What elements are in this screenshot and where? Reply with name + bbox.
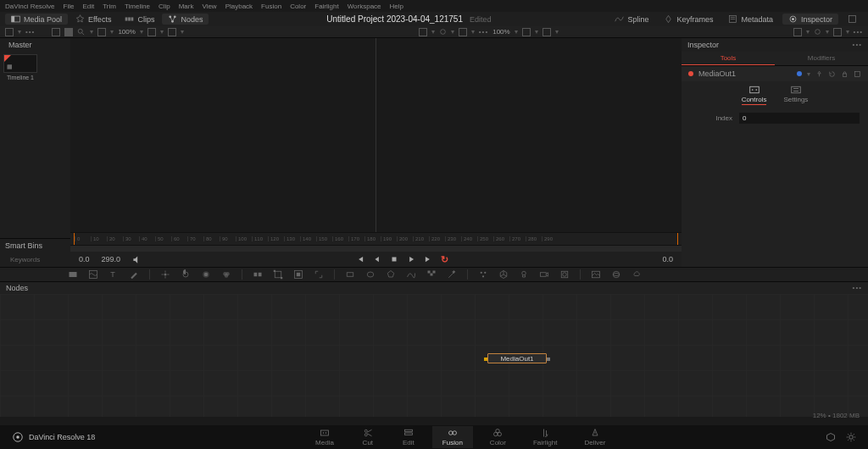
keyframes-toggle[interactable]: Keyframes	[658, 14, 719, 25]
viewer-b[interactable]	[376, 38, 682, 232]
timeline-thumb[interactable]: ▦ Timeline 1	[3, 54, 37, 80]
controls-tab[interactable]: Controls	[742, 86, 767, 105]
metadata-toggle[interactable]: Metadata	[722, 14, 779, 25]
audio-icon[interactable]	[132, 255, 142, 264]
pin-icon[interactable]	[815, 70, 823, 78]
inspector-menu[interactable]: •••	[853, 41, 862, 49]
node-output[interactable]	[547, 358, 550, 361]
gear-icon[interactable]	[439, 28, 447, 36]
zoom-right[interactable]: 100%	[492, 28, 509, 36]
menu-help[interactable]: Help	[390, 3, 403, 10]
background-tool[interactable]	[68, 269, 78, 280]
right-frame[interactable]: 0.0	[662, 255, 673, 263]
blur-tool[interactable]	[201, 269, 211, 280]
media-pool-toggle[interactable]: Media Pool	[5, 14, 68, 25]
menu-mark[interactable]: Mark	[179, 3, 194, 10]
fastnoise-tool[interactable]	[88, 269, 98, 280]
render-tool[interactable]	[559, 269, 570, 280]
tracker-tool[interactable]	[160, 269, 170, 280]
nodes-menu[interactable]: •••	[853, 284, 862, 292]
project-settings-icon[interactable]	[846, 432, 856, 442]
page-edit[interactable]: Edit	[392, 426, 426, 448]
search-icon[interactable]	[77, 28, 86, 36]
nodes-toggle[interactable]: Nodes	[162, 14, 209, 25]
rr2-icon[interactable]	[833, 28, 842, 36]
index-input[interactable]	[739, 113, 860, 124]
menu-clip[interactable]: Clip	[159, 3, 170, 10]
tool-icon[interactable]	[5, 28, 14, 36]
view-icon[interactable]	[97, 28, 106, 36]
page-media[interactable]: Media	[305, 426, 344, 448]
smart-bins-header[interactable]: Smart Bins	[0, 238, 70, 252]
node-graph[interactable]: MediaOut1	[0, 294, 868, 417]
last-frame-button[interactable]	[424, 255, 432, 263]
keywords-bin[interactable]: Keywords	[0, 252, 70, 267]
project-manager-icon[interactable]	[826, 432, 836, 442]
transform-tool[interactable]	[273, 269, 283, 280]
page-fusion[interactable]: Fusion	[432, 426, 473, 448]
shape3d-tool[interactable]	[611, 269, 621, 280]
polygon-tool[interactable]	[386, 269, 396, 280]
scrubber[interactable]	[70, 245, 682, 252]
matte-tool[interactable]	[293, 269, 303, 280]
r2-icon[interactable]	[542, 28, 551, 36]
viewer-a[interactable]	[70, 38, 376, 232]
menu-playback[interactable]: Playback	[225, 3, 253, 10]
menu-fusion[interactable]: Fusion	[261, 3, 281, 10]
settings-tab[interactable]: Settings	[783, 86, 808, 105]
current-frame[interactable]: 0.0	[79, 255, 90, 263]
reset-icon[interactable]	[828, 70, 836, 78]
menu-color[interactable]: Color	[290, 3, 306, 10]
play-button[interactable]	[407, 255, 415, 263]
tools-tab[interactable]: Tools	[682, 52, 775, 65]
clips-toggle[interactable]: Clips	[119, 14, 160, 25]
time-ruler[interactable]: 0102030405060708090100110120130140150160…	[70, 232, 682, 245]
gear2-icon[interactable]	[814, 28, 821, 36]
text-tool[interactable]: T	[108, 269, 119, 280]
mediaout-node[interactable]: MediaOut1	[487, 353, 547, 363]
particles-tool[interactable]	[478, 269, 488, 280]
node-input[interactable]	[484, 358, 487, 361]
modifiers-tab[interactable]: Modifiers	[775, 52, 868, 65]
light-tool[interactable]	[519, 269, 529, 280]
camera-tool[interactable]	[539, 269, 549, 280]
zoom-left[interactable]: 100%	[118, 28, 135, 36]
rr-icon[interactable]	[793, 28, 802, 36]
page-fairlight[interactable]: Fairlight	[523, 426, 567, 448]
end-frame[interactable]: 299.0	[102, 255, 121, 263]
page-color[interactable]: Color	[480, 426, 516, 448]
expand-icon[interactable]	[854, 70, 861, 78]
menu-file[interactable]: File	[64, 3, 75, 10]
3d-shape-tool[interactable]	[498, 269, 509, 280]
resize-tool[interactable]	[314, 269, 324, 280]
mid2-icon[interactable]	[459, 28, 467, 36]
inspector-toggle[interactable]: Inspector	[782, 14, 838, 25]
wand-tool[interactable]	[447, 269, 457, 280]
rectangle-tool[interactable]	[345, 269, 355, 280]
color-tool[interactable]	[221, 269, 231, 280]
loop-button[interactable]: ↻	[441, 254, 448, 265]
effects-toggle[interactable]: Effects	[70, 14, 117, 25]
lock-icon[interactable]	[841, 70, 849, 78]
opt2-icon[interactable]	[168, 28, 176, 36]
merge-tool[interactable]	[253, 269, 263, 280]
menu-timeline[interactable]: Timeline	[125, 3, 150, 10]
opt-icon[interactable]	[147, 28, 156, 36]
menu-workspace[interactable]: Workspace	[348, 3, 381, 10]
mid-icon[interactable]	[419, 28, 427, 36]
ellipse-tool[interactable]	[365, 269, 376, 280]
page-cut[interactable]: Cut	[351, 426, 385, 448]
menu-davinci-resolve[interactable]: DaVinci Resolve	[5, 3, 55, 10]
first-frame-button[interactable]	[356, 255, 364, 263]
page-deliver[interactable]: Deliver	[574, 426, 615, 448]
cloud-tool[interactable]	[632, 269, 642, 280]
expand-icon[interactable]	[842, 14, 863, 25]
menu-view[interactable]: View	[202, 3, 216, 10]
brightness-tool[interactable]	[181, 269, 191, 280]
bspline-tool[interactable]	[406, 269, 416, 280]
prev-frame-button[interactable]	[373, 255, 381, 263]
paint-tool[interactable]	[129, 269, 139, 280]
menu-edit[interactable]: Edit	[82, 3, 94, 10]
image-plane-tool[interactable]	[591, 269, 601, 280]
master-bin[interactable]: Master	[0, 38, 70, 52]
